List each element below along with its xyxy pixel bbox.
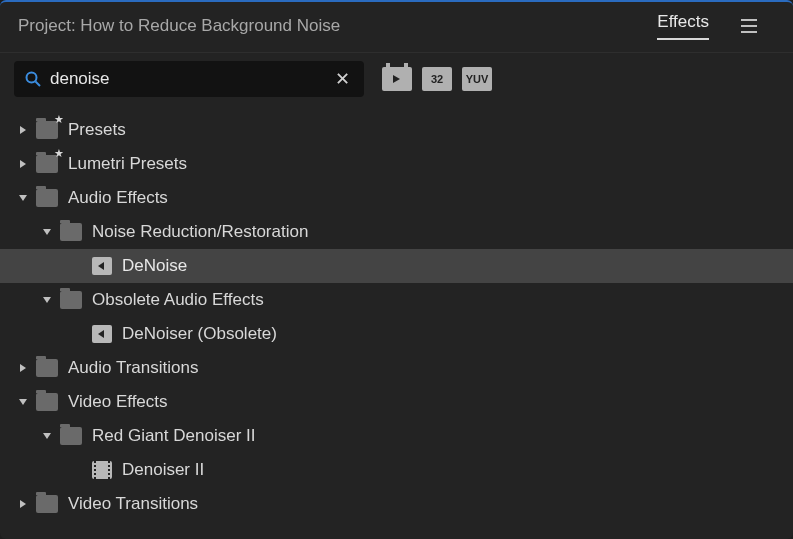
folder-label: Red Giant Denoiser II — [92, 426, 255, 446]
chevron-right-icon — [14, 159, 32, 169]
folder-icon — [36, 359, 58, 377]
chevron-down-icon — [38, 227, 56, 237]
folder-icon — [60, 223, 82, 241]
tab-effects[interactable]: Effects — [657, 12, 709, 40]
audio-effect-icon — [92, 257, 112, 275]
svg-marker-3 — [20, 126, 26, 134]
effects-panel: Project: How to Reduce Background Noise … — [0, 0, 793, 539]
tree-folder-video-transitions[interactable]: Video Transitions — [0, 487, 793, 521]
search-box: ✕ — [14, 61, 364, 97]
svg-marker-10 — [43, 433, 51, 439]
fx-badge-32-icon[interactable]: 32 — [422, 67, 452, 91]
tree-folder-obsolete-audio[interactable]: Obsolete Audio Effects — [0, 283, 793, 317]
tree-folder-audio-transitions[interactable]: Audio Transitions — [0, 351, 793, 385]
search-input[interactable] — [42, 67, 331, 91]
chevron-down-icon — [38, 295, 56, 305]
folder-label: Obsolete Audio Effects — [92, 290, 264, 310]
tab-bar: Project: How to Reduce Background Noise … — [0, 2, 793, 53]
tree-folder-audio-effects[interactable]: Audio Effects — [0, 181, 793, 215]
effect-label: DeNoiser (Obsolete) — [122, 324, 277, 344]
audio-effect-icon — [92, 325, 112, 343]
new-bin-icon[interactable] — [382, 67, 412, 91]
folder-label: Presets — [68, 120, 126, 140]
chevron-down-icon — [14, 397, 32, 407]
folder-label: Video Transitions — [68, 494, 198, 514]
svg-marker-4 — [20, 160, 26, 168]
svg-marker-5 — [19, 195, 27, 201]
tree-effect-denoiser-ii[interactable]: Denoiser II — [0, 453, 793, 487]
folder-icon — [36, 495, 58, 513]
folder-label: Audio Transitions — [68, 358, 198, 378]
folder-icon — [60, 291, 82, 309]
chevron-right-icon — [14, 125, 32, 135]
panel-menu-icon[interactable] — [741, 19, 757, 33]
clear-search-icon[interactable]: ✕ — [331, 68, 354, 90]
svg-marker-6 — [43, 229, 51, 235]
chevron-down-icon — [14, 193, 32, 203]
folder-label: Video Effects — [68, 392, 168, 412]
search-row: ✕ 32 YUV — [0, 53, 793, 105]
folder-icon — [36, 393, 58, 411]
folder-label: Lumetri Presets — [68, 154, 187, 174]
folder-icon — [60, 427, 82, 445]
effect-label: DeNoise — [122, 256, 187, 276]
svg-marker-11 — [20, 500, 26, 508]
chevron-right-icon — [14, 363, 32, 373]
tree-effect-denoise[interactable]: DeNoise — [0, 249, 793, 283]
folder-starred-icon — [36, 121, 58, 139]
svg-line-1 — [36, 82, 41, 87]
folder-label: Audio Effects — [68, 188, 168, 208]
effect-label: Denoiser II — [122, 460, 204, 480]
folder-icon — [36, 189, 58, 207]
effects-tree: Presets Lumetri Presets Audio Effects No… — [0, 105, 793, 529]
svg-marker-7 — [43, 297, 51, 303]
search-icon — [24, 70, 42, 88]
tree-folder-red-giant[interactable]: Red Giant Denoiser II — [0, 419, 793, 453]
folder-starred-icon — [36, 155, 58, 173]
tree-folder-video-effects[interactable]: Video Effects — [0, 385, 793, 419]
svg-point-0 — [27, 73, 37, 83]
chevron-right-icon — [14, 499, 32, 509]
toolbar-icons: 32 YUV — [382, 67, 492, 91]
tree-folder-noise-reduction[interactable]: Noise Reduction/Restoration — [0, 215, 793, 249]
chevron-down-icon — [38, 431, 56, 441]
tree-folder-presets[interactable]: Presets — [0, 113, 793, 147]
tab-project[interactable]: Project: How to Reduce Background Noise — [18, 16, 340, 36]
tree-folder-lumetri-presets[interactable]: Lumetri Presets — [0, 147, 793, 181]
folder-label: Noise Reduction/Restoration — [92, 222, 308, 242]
fx-badge-yuv-icon[interactable]: YUV — [462, 67, 492, 91]
svg-marker-2 — [393, 75, 400, 83]
svg-marker-9 — [19, 399, 27, 405]
svg-marker-8 — [20, 364, 26, 372]
video-effect-icon — [92, 461, 112, 479]
tree-effect-denoiser-obsolete[interactable]: DeNoiser (Obsolete) — [0, 317, 793, 351]
